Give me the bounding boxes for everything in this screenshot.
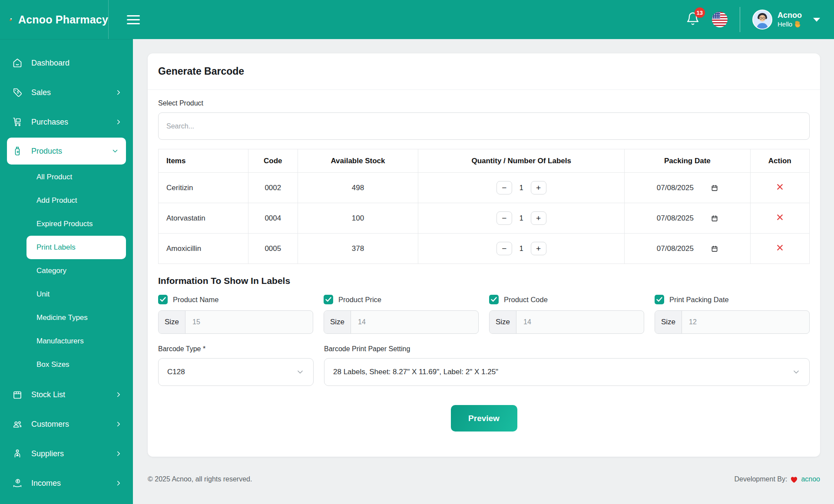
notifications-button[interactable]: 13 <box>686 11 700 28</box>
sidebar-item-label: Dashboard <box>31 59 70 68</box>
development-by-text: Development By: <box>735 475 788 483</box>
close-icon <box>776 213 784 221</box>
sidebar-item-label: Suppliers <box>31 449 64 458</box>
paper-setting-select[interactable]: 28 Labels, Sheet: 8.27" X 11.69", Label:… <box>324 358 810 386</box>
submenu-label: Medicine Types <box>36 313 88 322</box>
product-price-checkbox[interactable]: Product Price <box>324 295 479 304</box>
header-divider <box>740 7 740 32</box>
user-name: Acnoo <box>778 10 802 20</box>
sidebar-item-label: Incomes <box>31 479 61 488</box>
quantity-increment-button[interactable]: + <box>531 242 546 255</box>
barcode-type-field: Barcode Type * C128 <box>158 345 314 386</box>
product-price-size-input[interactable]: Size 14 <box>324 310 479 334</box>
sidebar-subitem-unit[interactable]: Unit <box>0 283 133 306</box>
column-header-action: Action <box>750 149 809 173</box>
user-greeting: Hello <box>778 20 792 29</box>
select-product-label: Select Product <box>158 99 810 107</box>
table-row: Amoxicillin 0005 378 − 1 + 0 <box>159 234 810 264</box>
sidebar-item-purchases[interactable]: Purchases <box>0 107 133 137</box>
remove-row-button[interactable] <box>776 183 784 191</box>
product-search-input[interactable] <box>158 112 810 140</box>
menu-toggle-button[interactable] <box>127 15 140 24</box>
sidebar-item-products[interactable]: Products <box>7 138 126 165</box>
chevron-right-icon <box>115 420 122 428</box>
sidebar-subitem-manufacturers[interactable]: Manufacturers <box>0 329 133 353</box>
cart-icon <box>12 117 23 127</box>
developer-link[interactable]: acnoo <box>801 475 820 483</box>
home-icon <box>12 58 23 68</box>
item-stock: 100 <box>298 203 418 234</box>
notification-count-badge: 13 <box>695 7 705 18</box>
quantity-decrement-button[interactable]: − <box>496 242 512 255</box>
footer: © 2025 Acnoo, all rights reserved. Devel… <box>148 457 820 504</box>
product-name-size-input[interactable]: Size 15 <box>158 310 313 334</box>
label-options-grid: Product Name Size 15 Product Price <box>158 295 810 334</box>
checkbox-checked-icon <box>158 295 168 304</box>
column-header-packing-date: Packing Date <box>625 149 750 173</box>
quantity-increment-button[interactable]: + <box>531 181 546 194</box>
medicine-bottle-icon <box>12 146 23 156</box>
topbar: Acnoo Pharmacy 13 <box>0 0 834 39</box>
sidebar-subitem-category[interactable]: Category <box>0 259 133 283</box>
quantity-value: 1 <box>520 245 523 253</box>
barcode-type-select[interactable]: C128 <box>158 358 314 386</box>
item-code: 0004 <box>248 203 298 234</box>
sidebar-item-dashboard[interactable]: Dashboard <box>0 48 133 78</box>
size-value: 14 <box>351 311 478 333</box>
product-code-size-input[interactable]: Size 14 <box>489 310 644 334</box>
chevron-right-icon <box>115 479 122 487</box>
packing-date-size-input[interactable]: Size 12 <box>655 310 810 334</box>
sidebar-item-stock-list[interactable]: Stock List <box>0 380 133 409</box>
user-menu[interactable]: Acnoo Hello <box>752 10 820 30</box>
size-prefix-label: Size <box>159 311 185 333</box>
sidebar-subitem-expired-products[interactable]: Expired Products <box>0 212 133 236</box>
product-name-checkbox[interactable]: Product Name <box>158 295 313 304</box>
sidebar-item-label: Customers <box>31 420 69 429</box>
option-product-code: Product Code Size 14 <box>489 295 644 334</box>
copyright-text: © 2025 Acnoo, all rights reserved. <box>148 475 252 483</box>
waving-hand-icon <box>794 21 801 28</box>
main-content: Generate Barcode Select Product Items Co… <box>133 39 834 504</box>
sidebar-item-sales[interactable]: Sales <box>0 78 133 107</box>
sidebar-subitem-box-sizes[interactable]: Box Sizes <box>0 353 133 376</box>
chevron-right-icon <box>115 391 122 399</box>
sidebar-subitem-all-product[interactable]: All Product <box>0 165 133 189</box>
paper-setting-field: Barcode Print Paper Setting 28 Labels, S… <box>324 345 810 386</box>
sidebar-subitem-add-product[interactable]: Add Product <box>0 189 133 212</box>
chevron-right-icon <box>115 118 122 126</box>
submenu-label: Expired Products <box>36 220 93 228</box>
item-name: Atorvastatin <box>159 203 248 234</box>
option-print-packing-date: Print Packing Date Size 12 <box>655 295 810 334</box>
packing-date-input[interactable]: 07/08/2025 <box>625 214 750 223</box>
option-product-price: Product Price Size 14 <box>324 295 479 334</box>
remove-row-button[interactable] <box>776 213 784 221</box>
option-product-name: Product Name Size 15 <box>158 295 313 334</box>
quantity-increment-button[interactable]: + <box>531 211 546 225</box>
submenu-label: Category <box>36 267 66 275</box>
sidebar-item-incomes[interactable]: Incomes <box>0 468 133 498</box>
remove-row-button[interactable] <box>776 244 784 252</box>
preview-button[interactable]: Preview <box>451 405 517 432</box>
item-name: Amoxicillin <box>159 234 248 264</box>
customers-icon <box>12 419 23 429</box>
packing-date-input[interactable]: 07/08/2025 <box>625 244 750 253</box>
sidebar-item-label: Products <box>31 147 62 156</box>
sidebar-item-suppliers[interactable]: Suppliers <box>0 439 133 468</box>
sidebar-item-label: Stock List <box>31 390 65 399</box>
item-stock: 498 <box>298 173 418 203</box>
brand[interactable]: Acnoo Pharmacy <box>0 0 109 39</box>
quantity-decrement-button[interactable]: − <box>496 211 512 225</box>
packing-date-value: 07/08/2025 <box>657 184 694 192</box>
item-code: 0002 <box>248 173 298 203</box>
quantity-decrement-button[interactable]: − <box>496 181 512 194</box>
packing-date-input[interactable]: 07/08/2025 <box>625 184 750 192</box>
sidebar-subitem-print-labels[interactable]: Print Labels <box>26 236 126 259</box>
chevron-down-icon <box>813 18 820 22</box>
sidebar-subitem-medicine-types[interactable]: Medicine Types <box>0 306 133 329</box>
checkbox-label: Print Packing Date <box>669 296 729 304</box>
print-packing-date-checkbox[interactable]: Print Packing Date <box>655 295 810 304</box>
language-flag-us[interactable] <box>712 12 728 27</box>
size-prefix-label: Size <box>490 311 516 333</box>
sidebar-item-customers[interactable]: Customers <box>0 409 133 439</box>
product-code-checkbox[interactable]: Product Code <box>489 295 644 304</box>
